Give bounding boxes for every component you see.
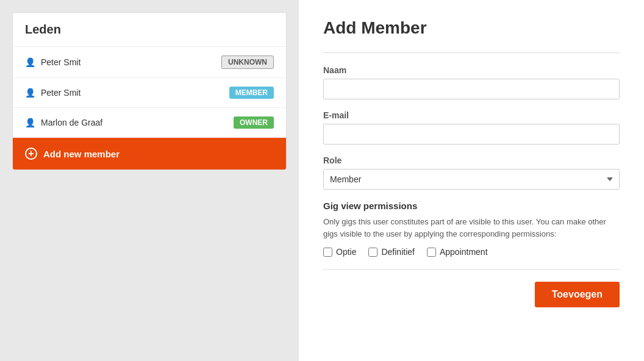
permissions-title: Gig view permissions — [323, 201, 620, 211]
members-panel: Leden 👤 Peter Smit UNKNOWN 👤 Peter Smit … — [12, 12, 287, 170]
member-badge-owner: OWNER — [234, 116, 274, 129]
plus-circle-icon: + — [25, 148, 37, 160]
naam-label: Naam — [323, 65, 620, 75]
naam-input[interactable] — [323, 79, 620, 99]
checkbox-optie[interactable]: Optie — [323, 247, 356, 257]
add-new-member-label: Add new member — [43, 149, 120, 159]
permissions-section: Gig view permissions Only gigs this user… — [323, 201, 620, 257]
naam-field-group: Naam — [323, 65, 620, 99]
checkbox-definitief[interactable]: Definitief — [368, 247, 414, 257]
checkbox-appointment-input[interactable] — [427, 248, 436, 257]
form-divider — [323, 52, 620, 53]
role-select[interactable]: Member Owner Unknown — [323, 169, 620, 190]
form-actions: Toevoegen — [323, 282, 620, 307]
member-item: 👤 Marlon de Graaf OWNER — [13, 108, 286, 138]
member-left: 👤 Peter Smit — [25, 88, 80, 98]
checkbox-optie-label: Optie — [336, 247, 356, 257]
role-field-group: Role Member Owner Unknown — [323, 155, 620, 190]
member-name: Peter Smit — [41, 57, 80, 67]
member-name: Peter Smit — [41, 88, 80, 98]
email-label: E-mail — [323, 110, 620, 120]
member-badge-member: MEMBER — [229, 87, 274, 99]
form-bottom-divider — [323, 269, 620, 270]
person-icon: 👤 — [25, 57, 35, 67]
role-label: Role — [323, 155, 620, 165]
checkbox-appointment[interactable]: Appointment — [427, 247, 488, 257]
checkboxes-row: Optie Definitief Appointment — [323, 247, 620, 257]
member-item: 👤 Peter Smit MEMBER — [13, 78, 286, 108]
right-panel: Add Member Naam E-mail Role Member Owner… — [299, 0, 644, 361]
email-input[interactable] — [323, 124, 620, 145]
checkbox-optie-input[interactable] — [323, 248, 332, 257]
email-field-group: E-mail — [323, 110, 620, 145]
submit-button[interactable]: Toevoegen — [535, 282, 620, 307]
add-new-member-button[interactable]: + Add new member — [13, 138, 286, 170]
member-name: Marlon de Graaf — [41, 118, 102, 127]
member-left: 👤 Marlon de Graaf — [25, 118, 102, 127]
member-left: 👤 Peter Smit — [25, 57, 80, 67]
person-icon: 👤 — [25, 88, 35, 98]
checkbox-definitief-label: Definitief — [381, 247, 414, 257]
person-icon: 👤 — [25, 118, 35, 127]
panel-title: Leden — [13, 13, 286, 47]
member-badge-unknown: UNKNOWN — [221, 55, 274, 69]
checkbox-appointment-label: Appointment — [440, 247, 488, 257]
permissions-desc: Only gigs this user constitutes part of … — [323, 216, 620, 240]
form-title: Add Member — [323, 18, 620, 38]
checkbox-definitief-input[interactable] — [368, 248, 377, 257]
left-panel: Leden 👤 Peter Smit UNKNOWN 👤 Peter Smit … — [0, 0, 299, 361]
member-item: 👤 Peter Smit UNKNOWN — [13, 47, 286, 78]
